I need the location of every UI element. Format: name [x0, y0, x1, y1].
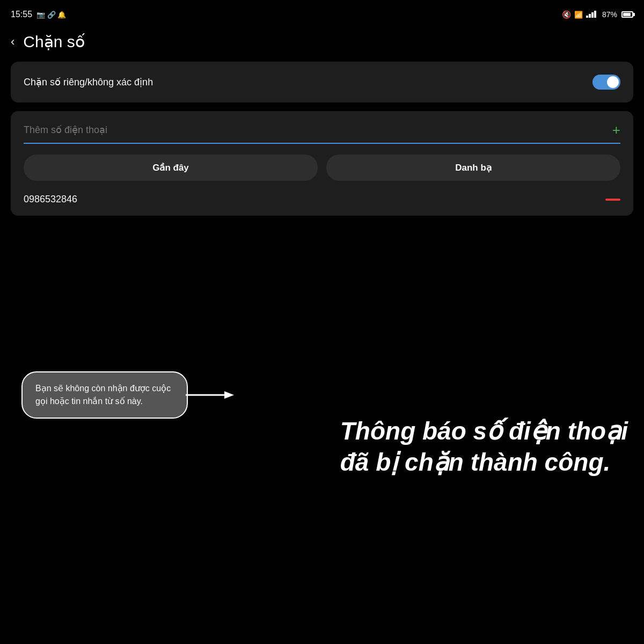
- contacts-button[interactable]: Danh bạ: [326, 155, 620, 181]
- toggle-card: Chặn số riêng/không xác định: [11, 62, 633, 103]
- snackbar-message: Bạn sẽ không còn nhận được cuộc gọi hoặc…: [35, 384, 171, 406]
- status-time: 15:55 📷 🔗 🔔: [11, 10, 66, 19]
- phone-number: 0986532846: [24, 194, 77, 205]
- snackbar: Bạn sẽ không còn nhận được cuộc gọi hoặc…: [21, 371, 188, 419]
- svg-rect-0: [586, 16, 588, 18]
- recent-button[interactable]: Gần đây: [24, 155, 318, 181]
- svg-rect-1: [589, 14, 591, 18]
- toggle-switch[interactable]: [592, 75, 620, 90]
- wifi-icon: 📶: [574, 11, 583, 19]
- notification-icons: 📷 🔗 🔔: [36, 11, 66, 19]
- battery-text: 87%: [602, 10, 617, 19]
- add-button[interactable]: +: [612, 122, 620, 138]
- page-header: ‹ Chặn số: [0, 27, 644, 62]
- remove-button[interactable]: [605, 199, 620, 201]
- toggle-knob: [607, 76, 619, 88]
- toggle-row: Chặn số riêng/không xác định: [11, 62, 633, 103]
- annotation-line2: đã bị chặn thành công.: [340, 447, 628, 478]
- svg-marker-5: [224, 391, 234, 399]
- status-right: 🔇 📶 87%: [562, 10, 633, 19]
- annotation-text: Thông báo số điện thoại đã bị chặn thành…: [340, 416, 628, 478]
- phone-input[interactable]: [24, 125, 612, 136]
- phone-number-row: 0986532846: [24, 192, 620, 205]
- back-button[interactable]: ‹: [11, 35, 14, 49]
- input-card: + Gần đây Danh bạ 0986532846: [11, 111, 633, 216]
- phone-input-row: +: [24, 122, 620, 144]
- svg-rect-3: [594, 11, 596, 18]
- battery-icon: [621, 11, 633, 18]
- mute-icon: 🔇: [562, 10, 571, 19]
- arrow-icon: [186, 387, 234, 403]
- time-text: 15:55: [11, 10, 32, 19]
- annotation-line1: Thông báo số điện thoại: [340, 416, 628, 447]
- snackbar-container: Bạn sẽ không còn nhận được cuộc gọi hoặc…: [21, 371, 234, 419]
- svg-rect-2: [591, 12, 594, 18]
- toggle-label: Chặn số riêng/không xác định: [24, 76, 153, 88]
- status-bar: 15:55 📷 🔗 🔔 🔇 📶 87%: [0, 0, 644, 27]
- button-row: Gần đây Danh bạ: [24, 155, 620, 181]
- signal-icon: [586, 10, 599, 19]
- page-title: Chặn số: [23, 32, 84, 51]
